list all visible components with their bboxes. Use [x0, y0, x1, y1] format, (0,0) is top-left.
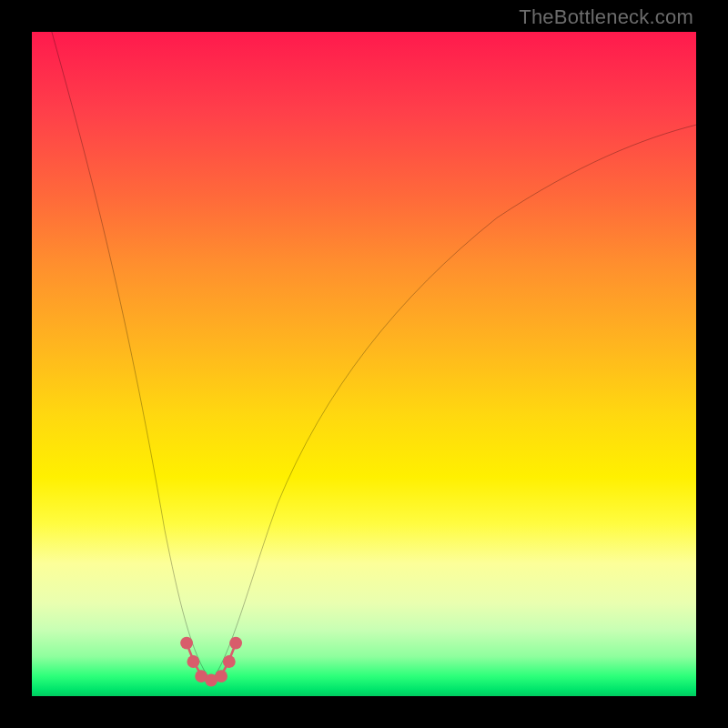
highlight-dot: [229, 637, 242, 650]
bottleneck-curve: [52, 32, 696, 681]
chart-container: TheBottleneck.com: [0, 0, 728, 728]
watermark-text: TheBottleneck.com: [519, 5, 693, 29]
plot-area: [32, 32, 696, 696]
highlight-dot: [223, 655, 236, 668]
highlight-dot: [205, 674, 217, 687]
curve-svg: [32, 32, 696, 696]
highlight-dot: [187, 655, 199, 668]
highlight-segment: [187, 643, 236, 681]
highlight-dot: [195, 670, 207, 682]
highlight-dot: [215, 670, 228, 682]
highlight-dot: [180, 637, 193, 650]
